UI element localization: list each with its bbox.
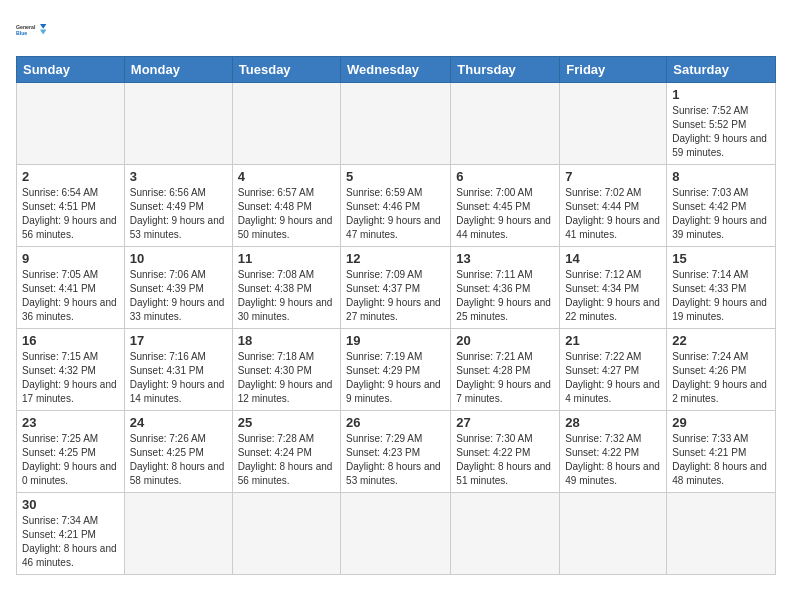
- day-number: 1: [672, 87, 770, 102]
- day-info: Sunrise: 7:18 AM Sunset: 4:30 PM Dayligh…: [238, 350, 335, 406]
- day-number: 5: [346, 169, 445, 184]
- calendar-cell: 27Sunrise: 7:30 AM Sunset: 4:22 PM Dayli…: [451, 411, 560, 493]
- day-info: Sunrise: 7:32 AM Sunset: 4:22 PM Dayligh…: [565, 432, 661, 488]
- calendar-cell: 30Sunrise: 7:34 AM Sunset: 4:21 PM Dayli…: [17, 493, 125, 575]
- day-number: 30: [22, 497, 119, 512]
- calendar-cell: [124, 493, 232, 575]
- day-number: 7: [565, 169, 661, 184]
- day-of-week-header: Friday: [560, 57, 667, 83]
- calendar-cell: [560, 83, 667, 165]
- day-number: 11: [238, 251, 335, 266]
- day-info: Sunrise: 7:26 AM Sunset: 4:25 PM Dayligh…: [130, 432, 227, 488]
- day-info: Sunrise: 6:56 AM Sunset: 4:49 PM Dayligh…: [130, 186, 227, 242]
- calendar-week-row: 9Sunrise: 7:05 AM Sunset: 4:41 PM Daylig…: [17, 247, 776, 329]
- day-number: 25: [238, 415, 335, 430]
- day-number: 20: [456, 333, 554, 348]
- calendar-cell: [232, 493, 340, 575]
- day-info: Sunrise: 7:14 AM Sunset: 4:33 PM Dayligh…: [672, 268, 770, 324]
- day-number: 14: [565, 251, 661, 266]
- day-info: Sunrise: 7:03 AM Sunset: 4:42 PM Dayligh…: [672, 186, 770, 242]
- day-info: Sunrise: 7:12 AM Sunset: 4:34 PM Dayligh…: [565, 268, 661, 324]
- day-info: Sunrise: 7:24 AM Sunset: 4:26 PM Dayligh…: [672, 350, 770, 406]
- calendar-cell: 2Sunrise: 6:54 AM Sunset: 4:51 PM Daylig…: [17, 165, 125, 247]
- day-info: Sunrise: 7:15 AM Sunset: 4:32 PM Dayligh…: [22, 350, 119, 406]
- day-of-week-header: Saturday: [667, 57, 776, 83]
- day-number: 27: [456, 415, 554, 430]
- day-info: Sunrise: 7:09 AM Sunset: 4:37 PM Dayligh…: [346, 268, 445, 324]
- calendar-cell: [232, 83, 340, 165]
- day-number: 28: [565, 415, 661, 430]
- day-number: 22: [672, 333, 770, 348]
- day-info: Sunrise: 7:11 AM Sunset: 4:36 PM Dayligh…: [456, 268, 554, 324]
- day-info: Sunrise: 7:21 AM Sunset: 4:28 PM Dayligh…: [456, 350, 554, 406]
- day-number: 23: [22, 415, 119, 430]
- calendar-cell: 9Sunrise: 7:05 AM Sunset: 4:41 PM Daylig…: [17, 247, 125, 329]
- day-number: 6: [456, 169, 554, 184]
- calendar-cell: 5Sunrise: 6:59 AM Sunset: 4:46 PM Daylig…: [341, 165, 451, 247]
- calendar-cell: 4Sunrise: 6:57 AM Sunset: 4:48 PM Daylig…: [232, 165, 340, 247]
- day-info: Sunrise: 6:57 AM Sunset: 4:48 PM Dayligh…: [238, 186, 335, 242]
- day-info: Sunrise: 7:28 AM Sunset: 4:24 PM Dayligh…: [238, 432, 335, 488]
- calendar-cell: 1Sunrise: 7:52 AM Sunset: 5:52 PM Daylig…: [667, 83, 776, 165]
- calendar-cell: 20Sunrise: 7:21 AM Sunset: 4:28 PM Dayli…: [451, 329, 560, 411]
- calendar-cell: 21Sunrise: 7:22 AM Sunset: 4:27 PM Dayli…: [560, 329, 667, 411]
- calendar-cell: 28Sunrise: 7:32 AM Sunset: 4:22 PM Dayli…: [560, 411, 667, 493]
- calendar-week-row: 2Sunrise: 6:54 AM Sunset: 4:51 PM Daylig…: [17, 165, 776, 247]
- day-info: Sunrise: 7:00 AM Sunset: 4:45 PM Dayligh…: [456, 186, 554, 242]
- logo-icon: GeneralBlue: [16, 16, 48, 44]
- calendar-cell: 23Sunrise: 7:25 AM Sunset: 4:25 PM Dayli…: [17, 411, 125, 493]
- day-info: Sunrise: 7:52 AM Sunset: 5:52 PM Dayligh…: [672, 104, 770, 160]
- calendar-cell: 22Sunrise: 7:24 AM Sunset: 4:26 PM Dayli…: [667, 329, 776, 411]
- calendar-cell: 17Sunrise: 7:16 AM Sunset: 4:31 PM Dayli…: [124, 329, 232, 411]
- day-info: Sunrise: 7:19 AM Sunset: 4:29 PM Dayligh…: [346, 350, 445, 406]
- calendar-cell: [341, 83, 451, 165]
- day-info: Sunrise: 6:54 AM Sunset: 4:51 PM Dayligh…: [22, 186, 119, 242]
- day-of-week-header: Sunday: [17, 57, 125, 83]
- svg-text:General: General: [16, 24, 36, 30]
- calendar-cell: 3Sunrise: 6:56 AM Sunset: 4:49 PM Daylig…: [124, 165, 232, 247]
- day-number: 10: [130, 251, 227, 266]
- day-number: 18: [238, 333, 335, 348]
- calendar-cell: 8Sunrise: 7:03 AM Sunset: 4:42 PM Daylig…: [667, 165, 776, 247]
- day-number: 12: [346, 251, 445, 266]
- day-info: Sunrise: 7:08 AM Sunset: 4:38 PM Dayligh…: [238, 268, 335, 324]
- day-of-week-header: Thursday: [451, 57, 560, 83]
- day-info: Sunrise: 6:59 AM Sunset: 4:46 PM Dayligh…: [346, 186, 445, 242]
- calendar-cell: 6Sunrise: 7:00 AM Sunset: 4:45 PM Daylig…: [451, 165, 560, 247]
- day-number: 2: [22, 169, 119, 184]
- calendar-cell: [667, 493, 776, 575]
- calendar-cell: [451, 493, 560, 575]
- day-info: Sunrise: 7:30 AM Sunset: 4:22 PM Dayligh…: [456, 432, 554, 488]
- calendar-cell: 19Sunrise: 7:19 AM Sunset: 4:29 PM Dayli…: [341, 329, 451, 411]
- day-number: 4: [238, 169, 335, 184]
- svg-text:Blue: Blue: [16, 30, 27, 36]
- svg-marker-3: [40, 30, 46, 35]
- calendar-cell: 15Sunrise: 7:14 AM Sunset: 4:33 PM Dayli…: [667, 247, 776, 329]
- calendar-week-row: 23Sunrise: 7:25 AM Sunset: 4:25 PM Dayli…: [17, 411, 776, 493]
- calendar-week-row: 16Sunrise: 7:15 AM Sunset: 4:32 PM Dayli…: [17, 329, 776, 411]
- calendar-cell: [451, 83, 560, 165]
- day-number: 15: [672, 251, 770, 266]
- calendar-header-row: SundayMondayTuesdayWednesdayThursdayFrid…: [17, 57, 776, 83]
- day-number: 26: [346, 415, 445, 430]
- calendar: SundayMondayTuesdayWednesdayThursdayFrid…: [16, 56, 776, 575]
- day-number: 9: [22, 251, 119, 266]
- calendar-cell: 13Sunrise: 7:11 AM Sunset: 4:36 PM Dayli…: [451, 247, 560, 329]
- calendar-cell: [124, 83, 232, 165]
- calendar-cell: 24Sunrise: 7:26 AM Sunset: 4:25 PM Dayli…: [124, 411, 232, 493]
- calendar-cell: 16Sunrise: 7:15 AM Sunset: 4:32 PM Dayli…: [17, 329, 125, 411]
- day-info: Sunrise: 7:05 AM Sunset: 4:41 PM Dayligh…: [22, 268, 119, 324]
- calendar-cell: 14Sunrise: 7:12 AM Sunset: 4:34 PM Dayli…: [560, 247, 667, 329]
- day-info: Sunrise: 7:22 AM Sunset: 4:27 PM Dayligh…: [565, 350, 661, 406]
- day-number: 8: [672, 169, 770, 184]
- calendar-cell: 26Sunrise: 7:29 AM Sunset: 4:23 PM Dayli…: [341, 411, 451, 493]
- day-info: Sunrise: 7:06 AM Sunset: 4:39 PM Dayligh…: [130, 268, 227, 324]
- svg-marker-2: [40, 24, 46, 29]
- day-number: 21: [565, 333, 661, 348]
- calendar-week-row: 30Sunrise: 7:34 AM Sunset: 4:21 PM Dayli…: [17, 493, 776, 575]
- calendar-cell: [560, 493, 667, 575]
- calendar-cell: 25Sunrise: 7:28 AM Sunset: 4:24 PM Dayli…: [232, 411, 340, 493]
- calendar-cell: 10Sunrise: 7:06 AM Sunset: 4:39 PM Dayli…: [124, 247, 232, 329]
- day-info: Sunrise: 7:29 AM Sunset: 4:23 PM Dayligh…: [346, 432, 445, 488]
- page-header: GeneralBlue: [16, 16, 776, 44]
